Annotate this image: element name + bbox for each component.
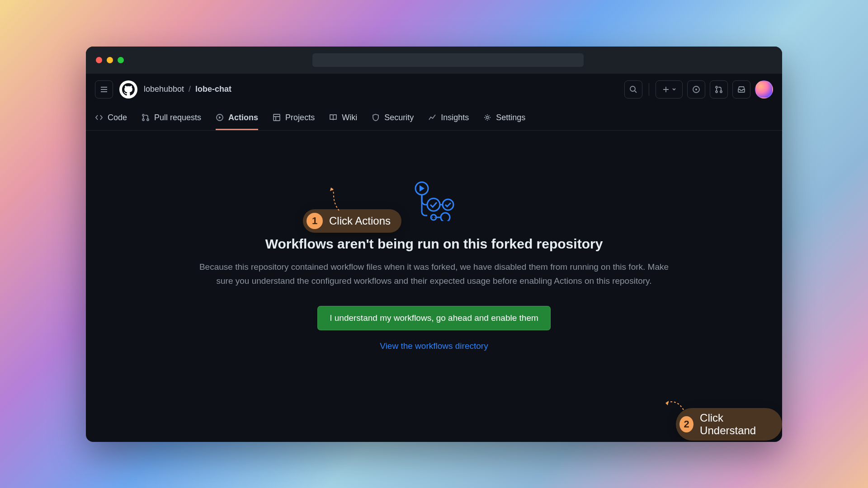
repo-tabs: Code Pull requests Actions Projects Wiki…	[86, 105, 782, 131]
issues-button[interactable]	[687, 80, 705, 99]
tab-settings[interactable]: Settings	[483, 105, 525, 130]
avatar[interactable]	[755, 80, 773, 99]
svg-point-0	[630, 86, 635, 91]
menu-button[interactable]	[95, 80, 113, 99]
inbox-button[interactable]	[732, 80, 750, 99]
svg-point-18	[441, 213, 450, 221]
callout-text: Click Actions	[329, 215, 391, 227]
breadcrumb: lobehubbot / lobe-chat	[144, 84, 231, 94]
tab-label: Security	[384, 113, 414, 122]
svg-point-6	[142, 114, 144, 116]
pull-requests-button[interactable]	[710, 80, 728, 99]
tab-wiki[interactable]: Wiki	[329, 105, 357, 130]
add-button[interactable]	[656, 80, 683, 99]
tab-label: Actions	[228, 113, 258, 122]
tab-projects[interactable]: Projects	[273, 105, 315, 130]
maximize-icon[interactable]	[118, 57, 124, 63]
svg-point-3	[716, 86, 717, 88]
svg-point-8	[147, 119, 149, 121]
tab-actions[interactable]: Actions	[216, 105, 258, 130]
close-icon[interactable]	[96, 57, 102, 63]
tab-security[interactable]: Security	[372, 105, 414, 130]
svg-point-7	[142, 119, 144, 121]
arrow-icon	[663, 396, 686, 412]
svg-point-16	[432, 217, 433, 218]
svg-rect-10	[274, 114, 280, 121]
callout-number: 1	[307, 213, 323, 229]
svg-point-2	[695, 89, 697, 90]
app-window: lobehubbot / lobe-chat	[86, 47, 782, 442]
titlebar	[86, 47, 782, 74]
repo-header: lobehubbot / lobe-chat	[86, 74, 782, 105]
main-content: Workflows aren't being run on this forke…	[86, 131, 782, 352]
breadcrumb-separator: /	[189, 84, 191, 94]
view-workflows-link[interactable]: View the workflows directory	[113, 341, 755, 351]
svg-point-13	[427, 198, 440, 211]
callout-number: 2	[679, 416, 693, 432]
github-logo[interactable]	[119, 80, 137, 99]
tab-label: Settings	[496, 113, 525, 122]
svg-point-4	[716, 91, 717, 93]
tab-label: Insights	[441, 113, 469, 122]
search-button[interactable]	[624, 80, 642, 99]
tab-insights[interactable]: Insights	[428, 105, 469, 130]
callout-text: Click Understand	[700, 412, 771, 437]
tab-pull-requests[interactable]: Pull requests	[142, 105, 201, 130]
page-description: Because this repository contained workfl…	[190, 260, 678, 288]
svg-point-17	[434, 217, 435, 218]
address-bar[interactable]	[312, 53, 584, 67]
tab-code[interactable]: Code	[95, 105, 127, 130]
callout-step-1: 1 Click Actions	[303, 209, 401, 233]
svg-point-15	[431, 215, 436, 220]
workflow-diagram-icon	[113, 180, 755, 221]
svg-point-11	[486, 117, 489, 119]
breadcrumb-owner[interactable]: lobehubbot	[144, 84, 184, 94]
divider	[649, 83, 649, 96]
page-heading: Workflows aren't being run on this forke…	[113, 236, 755, 252]
callout-step-2: 2 Click Understand	[676, 408, 782, 441]
svg-point-5	[720, 91, 722, 93]
enable-workflows-button[interactable]: I understand my workflows, go ahead and …	[317, 306, 551, 330]
tab-label: Wiki	[342, 113, 357, 122]
breadcrumb-repo[interactable]: lobe-chat	[195, 84, 231, 94]
tab-label: Pull requests	[154, 113, 201, 122]
minimize-icon[interactable]	[107, 57, 113, 63]
tab-label: Code	[108, 113, 127, 122]
traffic-lights	[96, 57, 124, 63]
tab-label: Projects	[285, 113, 315, 122]
header-actions	[624, 80, 773, 99]
